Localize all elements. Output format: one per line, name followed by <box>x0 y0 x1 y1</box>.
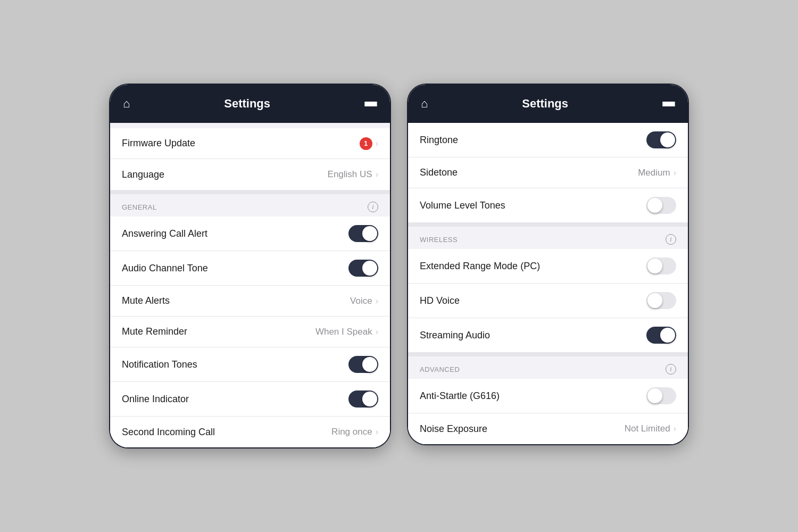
firmware-update-row[interactable]: Firmware Update 1 › <box>110 128 390 159</box>
anti-startle-row[interactable]: Anti-Startle (G616) <box>408 379 688 413</box>
answering-call-alert-row[interactable]: Answering Call Alert <box>110 217 390 251</box>
mute-alerts-row[interactable]: Mute Alerts Voice › <box>110 286 390 317</box>
sidetone-value: Medium <box>638 168 670 178</box>
advanced-info-icon[interactable]: i <box>666 364 676 375</box>
ringtone-row[interactable]: Ringtone <box>408 123 688 157</box>
general-info-icon[interactable]: i <box>368 202 378 212</box>
online-indicator-label: Online Indicator <box>122 394 189 405</box>
volume-level-tones-label: Volume Level Tones <box>420 200 505 211</box>
wireless-info-icon[interactable]: i <box>666 234 676 245</box>
streaming-audio-knob <box>660 328 675 343</box>
streaming-audio-toggle[interactable] <box>646 327 676 344</box>
audio-channel-tone-toggle[interactable] <box>348 260 378 277</box>
second-incoming-call-label: Second Incoming Call <box>122 427 215 438</box>
general-settings-list: Answering Call Alert Audio Channel Tone … <box>110 217 390 447</box>
noise-exposure-row[interactable]: Noise Exposure Not Limited › <box>408 413 688 444</box>
home-icon[interactable]: ⌂ <box>123 97 130 111</box>
mute-reminder-row[interactable]: Mute Reminder When I Speak › <box>110 317 390 347</box>
firmware-update-label: Firmware Update <box>122 138 195 149</box>
notification-tones-row[interactable]: Notification Tones <box>110 347 390 382</box>
phone-2-header: ⌂ Settings <box>408 85 688 123</box>
language-row[interactable]: Language English US › <box>110 159 390 190</box>
online-indicator-knob <box>362 392 377 406</box>
hd-voice-toggle[interactable] <box>646 292 676 309</box>
phone-1-content: Firmware Update 1 › Language English US … <box>110 123 390 447</box>
extended-range-mode-knob <box>647 259 662 273</box>
advanced-settings-list: Anti-Startle (G616) Noise Exposure Not L… <box>408 379 688 444</box>
ringtone-knob <box>660 132 675 147</box>
ringtone-label: Ringtone <box>420 135 458 146</box>
advanced-label: ADVANCED <box>420 365 460 373</box>
home-icon-2[interactable]: ⌂ <box>421 97 428 111</box>
mute-reminder-value: When I Speak <box>315 327 372 337</box>
mute-reminder-right: When I Speak › <box>315 327 378 337</box>
second-incoming-call-row[interactable]: Second Incoming Call Ring once › <box>110 417 390 447</box>
volume-level-tones-knob <box>647 198 662 213</box>
sidetone-label: Sidetone <box>420 167 458 178</box>
noise-exposure-value: Not Limited <box>625 423 670 434</box>
second-incoming-call-chevron: › <box>376 427 378 437</box>
phone-2: ⌂ Settings Ringtone Sidetone <box>407 84 689 445</box>
noise-exposure-chevron: › <box>674 424 676 434</box>
language-value: English US <box>328 169 372 180</box>
extended-range-mode-label: Extended Range Mode (PC) <box>420 261 540 272</box>
firmware-chevron: › <box>376 139 378 148</box>
firmware-update-right: 1 › <box>360 137 378 150</box>
online-indicator-row[interactable]: Online Indicator <box>110 382 390 417</box>
anti-startle-knob <box>647 388 662 403</box>
answering-call-alert-label: Answering Call Alert <box>122 228 207 239</box>
sidetone-right: Medium › <box>638 168 676 178</box>
language-right: English US › <box>328 169 378 180</box>
sidetone-row[interactable]: Sidetone Medium › <box>408 157 688 188</box>
extended-range-mode-row[interactable]: Extended Range Mode (PC) <box>408 249 688 284</box>
hd-voice-knob <box>647 293 662 308</box>
top-strip <box>110 123 390 128</box>
audio-channel-tone-label: Audio Channel Tone <box>122 263 208 274</box>
second-incoming-call-value: Ring once <box>331 427 372 437</box>
answering-call-alert-knob <box>362 226 377 241</box>
streaming-audio-row[interactable]: Streaming Audio <box>408 318 688 352</box>
notification-tones-label: Notification Tones <box>122 359 197 370</box>
phone-2-title: Settings <box>522 97 568 111</box>
mute-alerts-right: Voice › <box>350 296 378 306</box>
advanced-section-header: ADVANCED i <box>408 356 688 379</box>
wireless-label: WIRELESS <box>420 236 458 244</box>
advanced-divider <box>408 352 688 356</box>
anti-startle-toggle[interactable] <box>646 387 676 404</box>
answering-call-alert-toggle[interactable] <box>348 225 378 242</box>
anti-startle-label: Anti-Startle (G616) <box>420 390 500 402</box>
wireless-divider <box>408 222 688 227</box>
general-label: GENERAL <box>122 203 157 211</box>
mute-reminder-chevron: › <box>376 327 378 337</box>
hd-voice-row[interactable]: HD Voice <box>408 284 688 318</box>
general-divider <box>110 190 390 194</box>
top-settings-list: Firmware Update 1 › Language English US … <box>110 128 390 190</box>
streaming-audio-label: Streaming Audio <box>420 330 490 341</box>
audio-channel-tone-row[interactable]: Audio Channel Tone <box>110 251 390 286</box>
mute-alerts-chevron: › <box>376 296 378 306</box>
noise-exposure-label: Noise Exposure <box>420 423 487 435</box>
ringtone-toggle[interactable] <box>646 131 676 148</box>
phones-container: ⌂ Settings Firmware Update 1 › Language <box>109 84 689 448</box>
online-indicator-toggle[interactable] <box>348 390 378 408</box>
volume-level-tones-toggle[interactable] <box>646 197 676 214</box>
menu-icon-2[interactable] <box>662 102 675 106</box>
mute-reminder-label: Mute Reminder <box>122 326 187 337</box>
general-section-header: GENERAL i <box>110 194 390 217</box>
noise-exposure-right: Not Limited › <box>625 423 676 434</box>
phone-1-header: ⌂ Settings <box>110 85 390 123</box>
notification-tones-toggle[interactable] <box>348 356 378 373</box>
menu-icon[interactable] <box>364 102 377 106</box>
language-label: Language <box>122 169 164 180</box>
phone-1: ⌂ Settings Firmware Update 1 › Language <box>109 84 391 448</box>
second-incoming-call-right: Ring once › <box>331 427 378 437</box>
phone2-top-settings-list: Ringtone Sidetone Medium › Volume Level … <box>408 123 688 222</box>
mute-alerts-value: Voice <box>350 296 372 306</box>
phone-1-title: Settings <box>224 97 270 111</box>
volume-level-tones-row[interactable]: Volume Level Tones <box>408 188 688 222</box>
wireless-section-header: WIRELESS i <box>408 227 688 249</box>
hd-voice-label: HD Voice <box>420 295 460 306</box>
mute-alerts-label: Mute Alerts <box>122 295 170 306</box>
extended-range-mode-toggle[interactable] <box>646 257 676 275</box>
wireless-settings-list: Extended Range Mode (PC) HD Voice Stream… <box>408 249 688 352</box>
